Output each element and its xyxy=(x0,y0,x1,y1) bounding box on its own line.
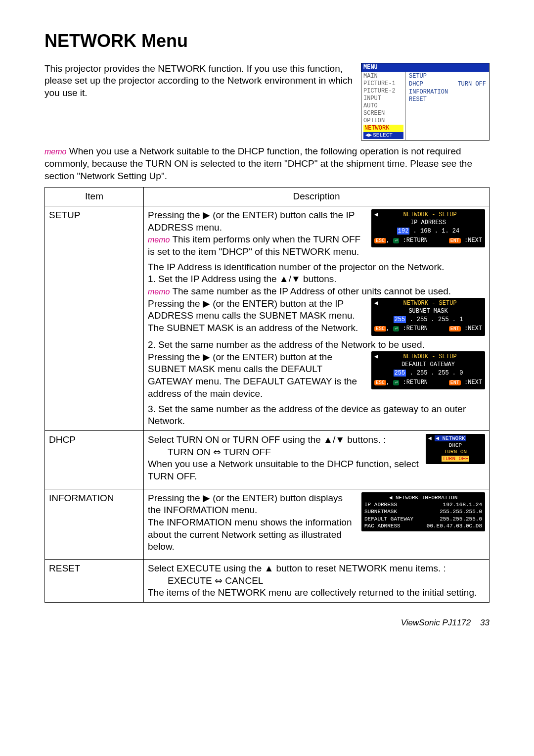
page-title: NETWORK Menu xyxy=(44,30,490,53)
menu-thumb-header: MENU xyxy=(361,63,489,72)
cell-item: INFORMATION xyxy=(45,489,144,559)
menu-left-item: PICTURE-1 xyxy=(363,80,403,88)
left-triangle-icon: ◀ xyxy=(428,435,432,441)
table-head-desc: Description xyxy=(144,188,490,206)
cell-item: DHCP xyxy=(45,430,144,489)
menu-left-item: INPUT xyxy=(363,95,403,102)
info-p2: The INFORMATION menu shows the informati… xyxy=(148,517,356,553)
menu-left-select: ◀▶SELECT xyxy=(363,132,403,139)
setup-p5: 2. Set the same number as the address of… xyxy=(148,339,485,351)
menu-left-network: NETWORK xyxy=(363,125,403,132)
left-triangle-icon: ◀ xyxy=(374,211,378,219)
menu-right-label: INFORMATION xyxy=(409,89,448,96)
cell-desc: Select TURN ON or TURN OFF using the ▲/▼… xyxy=(144,430,490,489)
menu-left-item: PICTURE-2 xyxy=(363,88,403,95)
osd-default-gateway: ◀NETWORK - SETUP DEFAULT GATEWAY 255 . 2… xyxy=(371,351,485,389)
memo-label: memo xyxy=(44,147,66,156)
table-row: SETUP Pressing the ▶ (or the ENTER) butt… xyxy=(45,206,490,430)
osd-subnet-mask: ◀NETWORK - SETUP SUBNET MASK 255 . 255 .… xyxy=(371,298,485,336)
cell-item: RESET xyxy=(45,560,144,603)
memo-paragraph: memo When you use a Network suitable to … xyxy=(44,145,490,182)
cell-desc: Pressing the ▶ (or the ENTER) button cal… xyxy=(144,206,490,430)
reset-p3: The items of the NETWORK menu are collec… xyxy=(148,587,485,599)
setup-p3-memo: memo The same number as the IP Address o… xyxy=(148,285,485,298)
reset-p1: Select EXECUTE using the ▲ button to res… xyxy=(148,563,485,575)
left-triangle-icon: ◀ xyxy=(374,353,378,361)
menu-left-item: OPTION xyxy=(363,117,403,125)
menu-left-item: AUTO xyxy=(363,102,403,110)
menu-right-label: RESET xyxy=(409,96,427,104)
page-footer: ViewSonic PJ1172 33 xyxy=(44,617,490,628)
menu-thumbnail: MENU MAIN PICTURE-1 PICTURE-2 INPUT AUTO… xyxy=(361,63,490,141)
dhcp-p1: Select TURN ON or TURN OFF using the ▲/▼… xyxy=(148,434,421,446)
dhcp-p3: When you use a Network unsuitable to the… xyxy=(148,458,421,482)
setup-p4: Pressing the ▶ (or the ENTER) button at … xyxy=(148,298,366,334)
info-p1: Pressing the ▶ (or the ENTER) button dis… xyxy=(148,492,356,517)
osd-ip-address: ◀NETWORK - SETUP IP ADRRESS 192 . 168 . … xyxy=(371,209,485,247)
setup-p7: 3. Set the same number as the address of… xyxy=(148,403,485,427)
table-head-item: Item xyxy=(45,188,144,206)
reset-p2: EXECUTE ⇔ CANCEL xyxy=(148,575,485,587)
cell-desc: Select EXECUTE using the ▲ button to res… xyxy=(144,560,490,603)
menu-thumb-right: SETUP DHCPTURN OFF INFORMATION RESET xyxy=(406,72,489,140)
menu-right-label: SETUP xyxy=(409,73,427,81)
cell-desc: Pressing the ▶ (or the ENTER) button dis… xyxy=(144,489,490,559)
table-row: DHCP Select TURN ON or TURN OFF using th… xyxy=(45,430,490,489)
dhcp-p2: TURN ON ⇔ TURN OFF xyxy=(148,446,421,459)
setup-p6: Pressing the ▶ (or the ENTER) button at … xyxy=(148,351,366,400)
menu-left-item: MAIN xyxy=(363,73,403,80)
left-triangle-icon: ◀ xyxy=(374,300,378,308)
osd-network-info: ◀ NETWORK-INFORMATION IP ADRRESS192.168.… xyxy=(361,492,485,531)
intro-paragraph: This projector provides the NETWORK func… xyxy=(44,63,355,99)
network-table: Item Description SETUP Pressing the ▶ (o… xyxy=(44,187,490,603)
table-row: INFORMATION Pressing the ▶ (or the ENTER… xyxy=(45,489,490,559)
cell-item: SETUP xyxy=(45,206,144,430)
setup-p2: The IP Address is identification number … xyxy=(148,261,485,274)
table-row: RESET Select EXECUTE using the ▲ button … xyxy=(45,560,490,603)
menu-thumb-left: MAIN PICTURE-1 PICTURE-2 INPUT AUTO SCRE… xyxy=(361,72,406,140)
menu-left-item: SCREEN xyxy=(363,110,403,117)
osd-dhcp: ◀ ◀ NETWORK DHCP TURN ON TURN OFF xyxy=(426,434,485,464)
setup-p3: 1. Set the IP Address using the ▲/▼ butt… xyxy=(148,273,485,285)
setup-p1-memo: memo This item performs only when the TU… xyxy=(148,234,366,258)
setup-p1: Pressing the ▶ (or the ENTER) button cal… xyxy=(148,209,366,234)
menu-right-label: DHCP xyxy=(409,81,423,89)
